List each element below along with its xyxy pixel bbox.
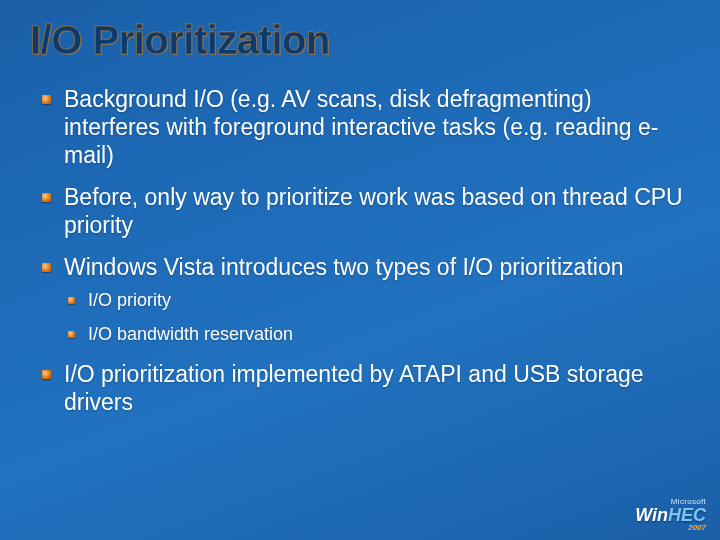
brand-part-a: Win bbox=[635, 505, 668, 525]
brand-label: WinHEC bbox=[635, 506, 706, 524]
bullet-item: Windows Vista introduces two types of I/… bbox=[36, 253, 690, 346]
sub-bullet-list: I/O priority I/O bandwidth reservation bbox=[64, 289, 690, 346]
footer-logo: Microsoft WinHEC 2007 bbox=[635, 498, 706, 532]
bullet-item: Background I/O (e.g. AV scans, disk defr… bbox=[36, 85, 690, 169]
year-label: 2007 bbox=[669, 524, 706, 532]
brand-part-b: HEC bbox=[668, 505, 706, 525]
bullet-list: Background I/O (e.g. AV scans, disk defr… bbox=[30, 85, 690, 416]
sub-bullet-item: I/O bandwidth reservation bbox=[64, 323, 690, 346]
slide: I/O Prioritization Background I/O (e.g. … bbox=[0, 0, 720, 540]
bullet-item: Before, only way to prioritize work was … bbox=[36, 183, 690, 239]
bullet-item: I/O prioritization implemented by ATAPI … bbox=[36, 360, 690, 416]
sub-bullet-item: I/O priority bbox=[64, 289, 690, 312]
slide-title: I/O Prioritization bbox=[30, 18, 690, 63]
bullet-text: Windows Vista introduces two types of I/… bbox=[64, 254, 623, 280]
